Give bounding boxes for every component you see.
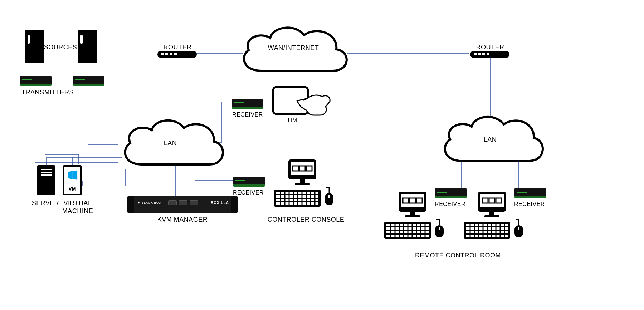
receiver-1-label: RECEIVER [230,112,265,118]
hmi-label: HMI [283,117,304,124]
svg-rect-33 [410,212,415,215]
kvm-manager-label: KVM MANAGER [154,216,211,223]
remote-control-room-label: REMOTE CONTROL ROOM [404,252,512,259]
server-label: SERVER [29,200,62,207]
lan-right-label: LAN [433,136,547,143]
lan-left-label: LAN [113,139,228,147]
transmitter-2 [73,76,104,86]
virtual-machine-label: VIRTUAL MACHINE [58,200,97,215]
controller-console-label: CONTROLER CONSOLE [265,216,347,223]
transmitters-label: TRANSMITTERS [21,89,75,96]
source-tower-2 [78,30,97,63]
svg-rect-52 [480,194,504,207]
kvm-manager: ✦ BLACK BOX BOXILLA [132,196,233,213]
svg-rect-50 [439,227,440,230]
windows-icon [68,170,78,180]
lan-right-cloud: LAN [433,107,547,172]
svg-rect-29 [401,194,424,207]
workstation-2 [462,191,527,248]
svg-rect-34 [405,215,420,217]
server-tower [37,165,55,195]
router-left-label: ROUTER [160,44,195,51]
wan-label: WAN/INTERNET [229,44,358,52]
network-diagram: SOURCES TRANSMITTERS ROUTER WAN/INTERNET… [0,0,644,310]
router-right [470,51,509,58]
workstation-1 [383,191,447,248]
svg-rect-73 [518,227,519,230]
lan-left-cloud: LAN [113,111,228,175]
virtual-machine: VM [63,165,82,195]
svg-marker-0 [68,171,72,175]
receiver-1 [232,99,263,109]
svg-rect-10 [300,179,305,183]
router-left [157,51,197,58]
svg-marker-3 [72,175,77,180]
sources-label: SOURCES [41,44,80,51]
receiver-2 [233,177,265,187]
rack-brand: BOXILLA [211,201,229,205]
vm-short-label: VM [64,186,80,192]
svg-rect-11 [295,183,310,185]
svg-marker-1 [72,170,77,175]
svg-rect-27 [328,195,330,198]
controller-console [273,159,337,216]
svg-marker-2 [68,175,72,179]
rack-logo: ✦ BLACK BOX [137,201,161,205]
transmitter-1 [20,76,52,86]
svg-rect-56 [489,212,494,215]
receiver-2-label: RECEIVER [230,190,266,196]
svg-rect-6 [291,162,314,175]
svg-rect-57 [484,215,499,217]
router-right-label: ROUTER [472,44,508,51]
wan-cloud: WAN/INTERNET [229,17,358,82]
